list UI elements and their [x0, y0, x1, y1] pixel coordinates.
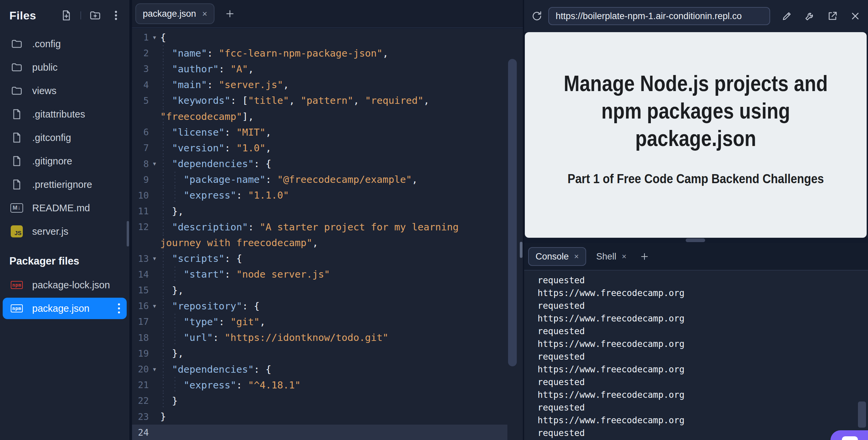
fold-arrow-icon[interactable]: ▼ [149, 34, 160, 40]
sidebar-item-gitattributes[interactable]: .gitattributes [0, 102, 129, 126]
code-line: 24 [132, 425, 507, 440]
line-number: 5 [132, 95, 149, 106]
console-line: requested [537, 325, 868, 338]
folder-icon [10, 61, 24, 73]
new-console-tab-button[interactable] [638, 250, 651, 263]
devtools-button[interactable] [803, 9, 816, 23]
indent-guide [163, 267, 163, 282]
indent-guide [163, 77, 163, 93]
code-line: 14 "start": "node server.js" [132, 267, 507, 282]
file-icon [10, 132, 24, 144]
panel-resize-handle[interactable] [520, 242, 523, 258]
sidebar-item-package-lock-json[interactable]: npmpackage-lock.json [0, 273, 129, 297]
line-number: 4 [132, 80, 149, 90]
sidebar-item-public[interactable]: public [0, 56, 129, 79]
code-line: 16▼ "repository": { [132, 298, 507, 314]
code-line: 5 "keywords": ["title", "pattern", "requ… [132, 93, 507, 108]
line-number: 12 [132, 222, 149, 232]
file-plus-icon [60, 9, 72, 22]
fold-arrow-icon[interactable]: ▼ [149, 303, 160, 309]
webview-page[interactable]: Manage Node.js projects and npm packages… [525, 32, 867, 238]
code-text: "license": "MIT", [160, 127, 272, 138]
code-text: "name": "fcc-learn-npm-package-json", [160, 47, 389, 59]
sidebar-item-readme-md[interactable]: M↓README.md [0, 196, 129, 220]
line-number: 13 [132, 253, 149, 264]
kebab-menu-icon [110, 9, 122, 22]
shell-tab-close-icon[interactable]: × [622, 252, 626, 261]
file-icon [10, 155, 24, 167]
code-text: }, [160, 347, 184, 359]
indent-guide [163, 282, 163, 298]
sidebar-scrollbar[interactable] [127, 221, 129, 246]
indent-guide [163, 251, 163, 267]
code-text: "package-name": "@freecodecamp/example", [160, 174, 417, 185]
editor-scrollbar[interactable] [508, 59, 517, 366]
packager-file-list: npmpackage-lock.jsonnpmpackage.json [0, 272, 129, 319]
pencil-icon [781, 10, 793, 22]
file-options-kebab-icon[interactable] [118, 303, 120, 313]
indent-guide [175, 330, 175, 346]
tab-console[interactable]: Console × [528, 247, 586, 266]
add-folder-button[interactable] [89, 9, 102, 22]
sidebar-item-gitignore[interactable]: .gitignore [0, 149, 129, 173]
fold-arrow-icon[interactable]: ▼ [149, 366, 160, 372]
shell-tab-label: Shell [596, 251, 616, 262]
code-text: "type": "git", [160, 316, 266, 328]
indent-guide [163, 393, 163, 409]
packager-files-heading: Packager files [0, 243, 129, 272]
line-number: 21 [132, 380, 149, 390]
indent-guide [163, 203, 163, 219]
code-text: "description": "A starter project for my… [160, 221, 459, 233]
close-webview-button[interactable] [848, 9, 862, 23]
editor-tabbar: package.json × [132, 0, 523, 28]
console-tab-close-icon[interactable]: × [574, 252, 579, 261]
file-label: .config [32, 38, 61, 49]
code-line: 4 "main": "server.js", [132, 77, 507, 93]
console-output[interactable]: requestedhttps://www.freecodecamp.orgreq… [524, 270, 868, 440]
url-input[interactable]: https://boilerplate-npm-1.air-conditioni… [548, 7, 770, 25]
add-file-button[interactable] [60, 9, 73, 22]
open-external-button[interactable] [826, 9, 839, 23]
sidebar-item-config[interactable]: .config [0, 32, 129, 56]
edit-url-button[interactable] [780, 9, 794, 23]
code-editor[interactable]: 1▼{2 "name": "fcc-learn-npm-package-json… [132, 29, 523, 440]
console-scrollbar[interactable] [858, 402, 866, 428]
indent-guide [175, 188, 175, 203]
console-resize-handle[interactable] [686, 238, 705, 242]
webview-toolbar: https://boilerplate-npm-1.air-conditioni… [524, 0, 868, 32]
refresh-icon [531, 10, 542, 22]
code-text: "main": "server.js", [160, 79, 289, 91]
file-label: package-lock.json [32, 280, 110, 291]
code-line: 19 }, [132, 346, 507, 361]
indent-guide [163, 61, 163, 77]
code-text: "repository": { [160, 300, 260, 312]
folder-plus-icon [89, 9, 101, 22]
code-text: }, [160, 206, 184, 217]
indent-guide [163, 361, 163, 377]
console-line: requested [537, 274, 868, 286]
fold-arrow-icon[interactable]: ▼ [149, 256, 160, 262]
sidebar-item-server-js[interactable]: JSserver.js [0, 220, 129, 243]
indent-guide [163, 235, 163, 250]
console-line: https://www.freecodecamp.org [537, 388, 868, 401]
sidebar-item-package-json[interactable]: npmpackage.json [3, 298, 127, 319]
indent-guide [163, 346, 163, 361]
code-text: { [160, 32, 166, 43]
sidebar-item-views[interactable]: views [0, 79, 129, 102]
indent-guide [163, 140, 163, 156]
tab-shell[interactable]: Shell × [596, 251, 626, 262]
sidebar-item-gitconfig[interactable]: .gitconfig [0, 126, 129, 149]
code-text: "express": "^4.18.1" [160, 379, 301, 391]
fold-arrow-icon[interactable]: ▼ [149, 161, 160, 167]
chat-bubble-icon [842, 436, 858, 440]
tab-close-icon[interactable]: × [202, 9, 207, 19]
chat-bubble-button[interactable] [831, 430, 868, 440]
line-number: 2 [132, 48, 149, 58]
code-line: journey with freecodecamp", [132, 235, 507, 250]
line-number: 1 [132, 32, 149, 42]
refresh-button[interactable] [530, 9, 544, 23]
sidebar-item-prettierignore[interactable]: .prettierignore [0, 173, 129, 196]
tab-package-json[interactable]: package.json × [135, 3, 215, 24]
files-menu-button[interactable] [109, 9, 123, 22]
new-tab-button[interactable] [223, 7, 237, 21]
